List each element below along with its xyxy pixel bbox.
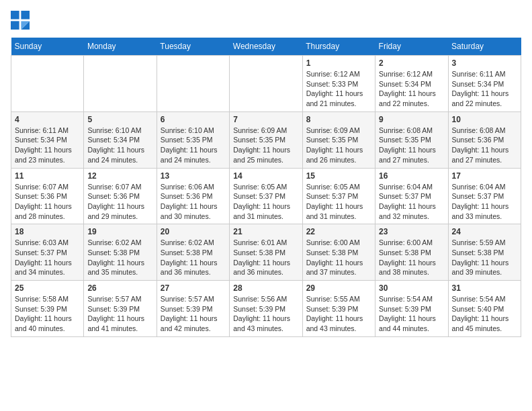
- header-row: SundayMondayTuesdayWednesdayThursdayFrid…: [11, 38, 521, 56]
- day-cell: 31Sunrise: 5:54 AMSunset: 5:40 PMDayligh…: [448, 281, 521, 337]
- day-cell: 4Sunrise: 6:11 AMSunset: 5:34 PMDaylight…: [11, 111, 84, 168]
- col-header-wednesday: Wednesday: [230, 38, 302, 56]
- day-number: 12: [87, 171, 152, 181]
- day-info: Sunrise: 6:01 AMSunset: 5:38 PMDaylight:…: [233, 238, 298, 277]
- day-number: 17: [452, 171, 517, 181]
- day-cell: 2Sunrise: 6:12 AMSunset: 5:34 PMDaylight…: [375, 56, 448, 112]
- day-cell: [157, 56, 229, 112]
- svg-rect-1: [21, 11, 30, 19]
- day-cell: 16Sunrise: 6:04 AMSunset: 5:37 PMDayligh…: [375, 168, 448, 224]
- day-cell: 30Sunrise: 5:54 AMSunset: 5:39 PMDayligh…: [375, 281, 448, 337]
- day-number: 28: [233, 283, 298, 293]
- day-cell: 20Sunrise: 6:02 AMSunset: 5:38 PMDayligh…: [157, 224, 229, 281]
- day-number: 13: [161, 171, 226, 181]
- col-header-saturday: Saturday: [448, 38, 521, 56]
- day-cell: 26Sunrise: 5:57 AMSunset: 5:39 PMDayligh…: [84, 281, 157, 337]
- day-cell: [230, 56, 302, 112]
- day-info: Sunrise: 6:10 AMSunset: 5:35 PMDaylight:…: [161, 126, 226, 165]
- day-number: 31: [452, 283, 517, 293]
- day-info: Sunrise: 6:05 AMSunset: 5:37 PMDaylight:…: [306, 182, 371, 222]
- day-number: 9: [379, 115, 444, 124]
- day-number: 21: [233, 227, 298, 236]
- day-number: 22: [306, 227, 371, 236]
- day-cell: 13Sunrise: 6:06 AMSunset: 5:36 PMDayligh…: [157, 168, 229, 224]
- day-cell: 17Sunrise: 6:04 AMSunset: 5:37 PMDayligh…: [448, 168, 521, 224]
- day-info: Sunrise: 6:10 AMSunset: 5:34 PMDaylight:…: [87, 126, 152, 165]
- day-cell: [11, 56, 84, 112]
- day-cell: 6Sunrise: 6:10 AMSunset: 5:35 PMDaylight…: [157, 111, 229, 168]
- day-info: Sunrise: 6:00 AMSunset: 5:38 PMDaylight:…: [379, 238, 444, 277]
- day-cell: 12Sunrise: 6:07 AMSunset: 5:36 PMDayligh…: [84, 168, 157, 224]
- day-cell: 14Sunrise: 6:05 AMSunset: 5:37 PMDayligh…: [230, 168, 302, 224]
- day-info: Sunrise: 6:02 AMSunset: 5:38 PMDaylight:…: [161, 238, 226, 277]
- day-info: Sunrise: 6:12 AMSunset: 5:33 PMDaylight:…: [306, 69, 371, 109]
- week-row-4: 18Sunrise: 6:03 AMSunset: 5:37 PMDayligh…: [11, 224, 521, 281]
- day-cell: [84, 56, 157, 112]
- day-cell: 8Sunrise: 6:09 AMSunset: 5:35 PMDaylight…: [302, 111, 375, 168]
- week-row-5: 25Sunrise: 5:58 AMSunset: 5:39 PMDayligh…: [11, 281, 521, 337]
- day-info: Sunrise: 5:59 AMSunset: 5:38 PMDaylight:…: [452, 238, 517, 277]
- svg-rect-2: [11, 21, 19, 30]
- day-info: Sunrise: 5:57 AMSunset: 5:39 PMDaylight:…: [87, 294, 152, 334]
- day-number: 24: [452, 227, 517, 236]
- svg-rect-0: [11, 11, 19, 19]
- day-info: Sunrise: 6:04 AMSunset: 5:37 PMDaylight:…: [452, 182, 517, 222]
- day-cell: 9Sunrise: 6:08 AMSunset: 5:35 PMDaylight…: [375, 111, 448, 168]
- logo-icon: [11, 11, 30, 30]
- day-number: 4: [15, 115, 80, 124]
- col-header-sunday: Sunday: [11, 38, 84, 56]
- day-number: 23: [379, 227, 444, 236]
- day-info: Sunrise: 6:08 AMSunset: 5:35 PMDaylight:…: [379, 126, 444, 165]
- day-info: Sunrise: 6:09 AMSunset: 5:35 PMDaylight:…: [233, 126, 298, 165]
- day-number: 11: [15, 171, 80, 181]
- col-header-monday: Monday: [84, 38, 157, 56]
- day-number: 30: [379, 283, 444, 293]
- day-info: Sunrise: 5:57 AMSunset: 5:39 PMDaylight:…: [161, 294, 226, 334]
- day-info: Sunrise: 6:07 AMSunset: 5:36 PMDaylight:…: [15, 182, 80, 222]
- day-info: Sunrise: 5:55 AMSunset: 5:39 PMDaylight:…: [306, 294, 371, 334]
- day-cell: 19Sunrise: 6:02 AMSunset: 5:38 PMDayligh…: [84, 224, 157, 281]
- day-cell: 7Sunrise: 6:09 AMSunset: 5:35 PMDaylight…: [230, 111, 302, 168]
- day-info: Sunrise: 6:05 AMSunset: 5:37 PMDaylight:…: [233, 182, 298, 222]
- page-header: [11, 11, 521, 30]
- day-info: Sunrise: 6:11 AMSunset: 5:34 PMDaylight:…: [452, 69, 517, 109]
- day-cell: 25Sunrise: 5:58 AMSunset: 5:39 PMDayligh…: [11, 281, 84, 337]
- day-cell: 23Sunrise: 6:00 AMSunset: 5:38 PMDayligh…: [375, 224, 448, 281]
- day-cell: 28Sunrise: 5:56 AMSunset: 5:39 PMDayligh…: [230, 281, 302, 337]
- day-info: Sunrise: 6:00 AMSunset: 5:38 PMDaylight:…: [306, 238, 371, 277]
- day-number: 15: [306, 171, 371, 181]
- day-cell: 24Sunrise: 5:59 AMSunset: 5:38 PMDayligh…: [448, 224, 521, 281]
- day-number: 18: [15, 227, 80, 236]
- day-info: Sunrise: 5:56 AMSunset: 5:39 PMDaylight:…: [233, 294, 298, 334]
- day-info: Sunrise: 5:54 AMSunset: 5:39 PMDaylight:…: [379, 294, 444, 334]
- col-header-friday: Friday: [375, 38, 448, 56]
- logo: [11, 11, 32, 30]
- day-number: 6: [161, 115, 226, 124]
- day-number: 26: [87, 283, 152, 293]
- day-info: Sunrise: 6:08 AMSunset: 5:36 PMDaylight:…: [452, 126, 517, 165]
- day-number: 20: [161, 227, 226, 236]
- week-row-2: 4Sunrise: 6:11 AMSunset: 5:34 PMDaylight…: [11, 111, 521, 168]
- day-cell: 5Sunrise: 6:10 AMSunset: 5:34 PMDaylight…: [84, 111, 157, 168]
- col-header-tuesday: Tuesday: [157, 38, 229, 56]
- day-number: 10: [452, 115, 517, 124]
- day-info: Sunrise: 6:09 AMSunset: 5:35 PMDaylight:…: [306, 126, 371, 165]
- day-cell: 27Sunrise: 5:57 AMSunset: 5:39 PMDayligh…: [157, 281, 229, 337]
- day-number: 8: [306, 115, 371, 124]
- day-cell: 18Sunrise: 6:03 AMSunset: 5:37 PMDayligh…: [11, 224, 84, 281]
- day-number: 3: [452, 58, 517, 68]
- week-row-1: 1Sunrise: 6:12 AMSunset: 5:33 PMDaylight…: [11, 56, 521, 112]
- day-number: 7: [233, 115, 298, 124]
- day-info: Sunrise: 6:07 AMSunset: 5:36 PMDaylight:…: [87, 182, 152, 222]
- day-number: 5: [87, 115, 152, 124]
- day-info: Sunrise: 5:58 AMSunset: 5:39 PMDaylight:…: [15, 294, 80, 334]
- day-info: Sunrise: 6:12 AMSunset: 5:34 PMDaylight:…: [379, 69, 444, 109]
- day-number: 29: [306, 283, 371, 293]
- day-info: Sunrise: 6:06 AMSunset: 5:36 PMDaylight:…: [161, 182, 226, 222]
- day-info: Sunrise: 6:04 AMSunset: 5:37 PMDaylight:…: [379, 182, 444, 222]
- day-number: 16: [379, 171, 444, 181]
- day-info: Sunrise: 6:11 AMSunset: 5:34 PMDaylight:…: [15, 126, 80, 165]
- day-cell: 22Sunrise: 6:00 AMSunset: 5:38 PMDayligh…: [302, 224, 375, 281]
- day-cell: 21Sunrise: 6:01 AMSunset: 5:38 PMDayligh…: [230, 224, 302, 281]
- day-number: 19: [87, 227, 152, 236]
